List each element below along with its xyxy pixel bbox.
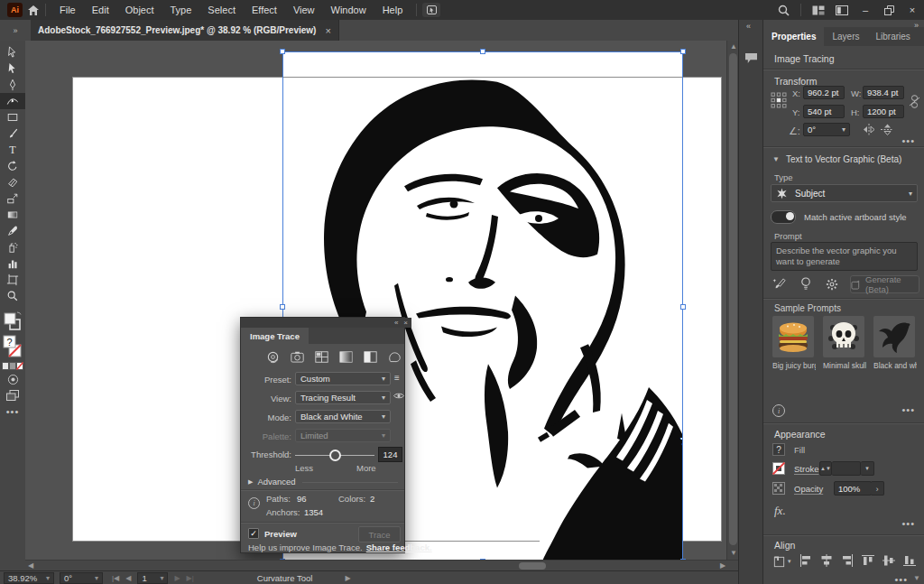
selection-tool[interactable] — [0, 44, 25, 60]
curvature-tool[interactable] — [0, 93, 25, 109]
mode-dropdown[interactable]: Black and White▾ — [295, 410, 391, 423]
column-graph-tool[interactable] — [0, 255, 25, 272]
trace-button[interactable]: Trace — [358, 526, 401, 542]
panel-menu-icon[interactable]: ≡ — [919, 27, 924, 46]
last-artboard-icon[interactable]: ▶| — [187, 574, 194, 582]
scroll-up-icon[interactable]: ▲ — [730, 42, 737, 52]
vertical-scrollbar[interactable]: ▲ ▼ — [726, 41, 738, 560]
x-input[interactable]: 960.2 pt — [803, 86, 845, 99]
preset-menu-icon[interactable]: ≡ — [394, 373, 400, 383]
align-to-selection-dropdown[interactable]: ▾ — [772, 555, 791, 569]
menu-help[interactable]: Help — [374, 0, 411, 20]
align-center-horizontal-icon[interactable] — [820, 554, 833, 569]
panel-collapse-icon[interactable]: « — [394, 319, 398, 327]
prompt-textarea[interactable]: Describe the vector graphic you want to … — [771, 242, 918, 271]
eyedropper-tool[interactable] — [0, 223, 25, 239]
opacity-value[interactable]: 100% — [834, 481, 872, 496]
symbol-sprayer-tool[interactable] — [0, 239, 25, 255]
constrain-proportions-icon[interactable] — [909, 95, 920, 110]
menu-window[interactable]: Window — [323, 0, 374, 20]
tab-properties[interactable]: Properties — [763, 27, 824, 46]
sample-skull-thumbnail[interactable] — [823, 316, 864, 357]
active-fill-stroke-indicator[interactable]: ? — [0, 333, 25, 360]
view-eye-icon[interactable] — [393, 392, 404, 402]
zoom-level-dropdown[interactable]: 38.92%▾ — [4, 572, 54, 584]
settings-gear-icon[interactable] — [826, 278, 838, 292]
artboard-number-dropdown[interactable]: 1▾ — [137, 572, 168, 584]
toolbar-more-icon[interactable]: ••• — [0, 403, 25, 420]
menu-select[interactable]: Select — [199, 0, 244, 20]
menu-file[interactable]: File — [51, 0, 84, 20]
preset-grayscale-icon[interactable] — [339, 351, 353, 365]
fx-button[interactable]: fx. — [774, 504, 786, 518]
pen-tool[interactable] — [0, 77, 25, 93]
generate-button[interactable]: Generate (Beta) — [850, 275, 919, 293]
align-more-options-icon[interactable]: ••• — [894, 574, 908, 584]
selection-handle[interactable] — [480, 49, 485, 54]
feedback-link[interactable]: Share feedback. — [366, 542, 432, 552]
fill-stroke-control[interactable] — [0, 310, 25, 333]
rectangle-tool[interactable] — [0, 109, 25, 125]
document-tab[interactable]: AdobeStock_766927552_Preview.jpeg* @ 38.… — [31, 20, 339, 41]
stroke-label[interactable]: Stroke — [794, 464, 818, 474]
selection-handle[interactable] — [680, 304, 686, 310]
shape-builder-tool[interactable] — [0, 190, 25, 207]
minimize-button[interactable]: – — [854, 0, 877, 20]
next-artboard-icon[interactable]: ▶ — [174, 574, 180, 582]
workspace-switcher-icon[interactable] — [422, 3, 440, 17]
ttv-more-options-icon[interactable]: ••• — [901, 404, 915, 415]
opacity-expand-icon[interactable]: › — [871, 481, 884, 496]
rotation-dropdown[interactable]: 0°▾ — [60, 572, 103, 584]
preset-dropdown[interactable]: Custom▾ — [295, 372, 391, 385]
stroke-stepper-icon[interactable]: ▲▼ — [819, 461, 832, 476]
type-tool[interactable]: T — [0, 142, 25, 158]
tab-close-icon[interactable]: × — [325, 25, 330, 36]
menu-object[interactable]: Object — [117, 0, 162, 20]
preset-autocolor-icon[interactable] — [266, 350, 280, 366]
preset-outline-icon[interactable] — [388, 351, 402, 365]
ttv-section-header[interactable]: ▼ Text to Vector Graphic (Beta) — [772, 154, 901, 164]
comments-panel-icon[interactable] — [743, 51, 760, 66]
artboard-tool[interactable] — [0, 272, 25, 288]
stroke-weight-dropdown-icon[interactable]: ▾ — [861, 461, 874, 476]
threshold-value[interactable]: 124 — [378, 447, 402, 462]
match-artboard-style-toggle[interactable] — [771, 210, 796, 224]
preset-lowcolor-icon[interactable] — [315, 351, 328, 365]
draw-mode-button[interactable] — [0, 371, 25, 387]
align-center-vertical-icon[interactable] — [882, 554, 895, 569]
generative-brush-icon[interactable] — [772, 277, 786, 292]
appearance-more-options-icon[interactable]: ••• — [901, 518, 915, 529]
tab-libraries[interactable]: Libraries — [867, 27, 918, 46]
first-artboard-icon[interactable]: |◀ — [112, 574, 119, 582]
flip-vertical-icon[interactable] — [881, 124, 893, 137]
prev-artboard-icon[interactable]: ◀ — [125, 574, 131, 582]
align-bottom-icon[interactable] — [903, 554, 916, 569]
rotate-angle-dropdown[interactable]: 0°▾ — [803, 123, 850, 136]
paintbrush-tool[interactable] — [0, 125, 25, 142]
screen-mode-button[interactable] — [0, 387, 25, 403]
menu-effect[interactable]: Effect — [244, 0, 285, 20]
flip-horizontal-icon[interactable] — [863, 124, 875, 137]
workspace-layout-icon[interactable] — [807, 0, 830, 20]
tab-layers[interactable]: Layers — [824, 27, 867, 46]
w-input[interactable]: 938.4 pt — [863, 86, 904, 99]
fill-swatch[interactable]: ? — [772, 443, 785, 456]
transform-more-options-icon[interactable]: ••• — [901, 135, 915, 146]
preview-checkbox[interactable]: ✓ Preview — [248, 528, 297, 539]
selection-handle[interactable] — [680, 49, 686, 54]
app-logo-icon[interactable]: Ai — [7, 3, 23, 17]
advanced-disclosure[interactable]: ▶ Advanced — [248, 477, 296, 487]
selection-handle[interactable] — [280, 304, 285, 310]
reference-point-locator[interactable] — [771, 92, 787, 110]
ttv-info-icon[interactable]: i — [772, 404, 785, 417]
y-input[interactable]: 540 pt — [803, 105, 845, 118]
menu-type[interactable]: Type — [162, 0, 200, 20]
stroke-swatch[interactable] — [772, 462, 785, 477]
image-trace-tab[interactable]: Image Trace — [241, 328, 309, 344]
panel-dock-icon[interactable] — [830, 0, 854, 20]
stroke-weight-control[interactable]: ▲▼ ▾ — [819, 461, 874, 476]
vertical-scroll-thumb[interactable] — [729, 53, 737, 545]
home-icon[interactable] — [27, 5, 40, 16]
tab-overflow-icon[interactable]: » — [0, 20, 31, 41]
selection-handle[interactable] — [280, 49, 285, 54]
